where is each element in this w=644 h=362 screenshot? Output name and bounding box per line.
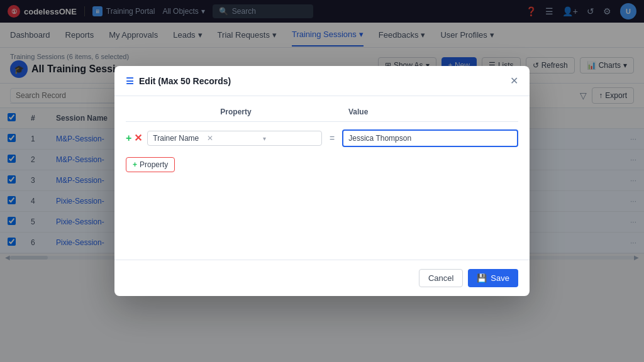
add-property-plus-icon: + [133, 160, 137, 169]
modal-title-icon: ☰ [126, 76, 134, 86]
edit-modal: ☰ Edit (Max 50 Records) ✕ Property Value… [114, 66, 530, 296]
modal-body: Property Value + ✕ Trainer Name ✕ ▾ = [114, 96, 530, 260]
modal-close-button[interactable]: ✕ [510, 75, 518, 87]
property-chevron-icon: ▾ [263, 135, 316, 142]
add-row-button[interactable]: + [126, 133, 131, 143]
cancel-button[interactable]: Cancel [419, 269, 463, 287]
save-icon: 💾 [477, 273, 487, 283]
row-actions: + ✕ [126, 133, 142, 143]
value-input[interactable] [342, 129, 518, 147]
value-col-label: Value [348, 107, 518, 116]
save-button[interactable]: 💾 Save [468, 269, 518, 287]
actions-spacer [126, 107, 143, 116]
equals-sign: = [327, 133, 337, 143]
property-row-1: + ✕ Trainer Name ✕ ▾ = [126, 129, 518, 147]
add-property-area: + Property [126, 155, 518, 172]
modal-header: ☰ Edit (Max 50 Records) ✕ [114, 66, 530, 96]
property-select[interactable]: Trainer Name ✕ ▾ [147, 131, 322, 146]
property-select-value: Trainer Name [153, 134, 206, 143]
property-col-label: Property [151, 107, 321, 116]
modal-cols-header: Property Value [126, 107, 518, 122]
remove-row-button[interactable]: ✕ [134, 133, 142, 143]
modal-title: ☰ Edit (Max 50 Records) [126, 76, 231, 86]
add-property-button[interactable]: + Property [126, 157, 175, 172]
modal-footer: Cancel 💾 Save [114, 260, 530, 296]
equals-spacer [328, 107, 341, 116]
modal-overlay: ☰ Edit (Max 50 Records) ✕ Property Value… [0, 0, 644, 362]
clear-property-icon[interactable]: ✕ [207, 134, 260, 143]
